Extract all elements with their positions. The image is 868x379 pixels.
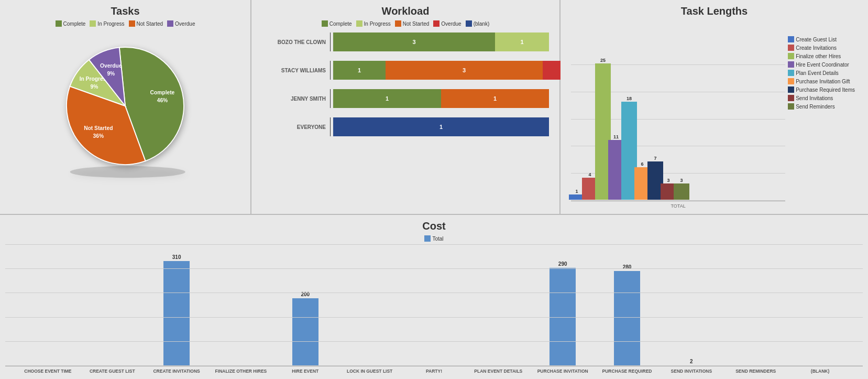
- workload-bars: 11: [333, 89, 549, 108]
- tasklengths-bar-value: 11: [613, 134, 619, 139]
- cost-x-label: CHOOSE EVENT TIME: [16, 369, 80, 374]
- cost-bar-rect: [292, 298, 318, 366]
- tasks-legend-item: In Progress: [90, 20, 124, 27]
- tasklengths-bar-value: 3: [667, 178, 669, 183]
- tasklengths-legend-item: Plan Event Details: [788, 70, 855, 76]
- tasks-panel: Tasks CompleteIn ProgressNot StartedOver…: [0, 0, 251, 214]
- tasklengths-bar-value: 18: [627, 96, 632, 101]
- cost-x-label: (BLANK): [788, 369, 852, 374]
- tasklengths-bar: 6: [636, 161, 648, 200]
- cost-bar-value: 290: [558, 261, 567, 267]
- cost-bar-rect: [678, 365, 705, 366]
- tasklengths-bar-value: 25: [600, 58, 606, 63]
- workload-row-label: STACY WILLIAMS: [262, 68, 330, 73]
- workload-bar: 1: [333, 89, 441, 108]
- workload-legend: CompleteIn ProgressNot StartedOverdue(bl…: [322, 20, 489, 27]
- cost-legend-item: Total: [424, 235, 443, 242]
- workload-panel: Workload CompleteIn ProgressNot StartedO…: [251, 0, 561, 214]
- cost-bar-value: 200: [301, 291, 310, 297]
- cost-chart-area: 3102002902802 CHOOSE EVENT TIMECREATE GU…: [5, 245, 863, 374]
- cost-x-label: CREATE INVITATIONS: [145, 369, 209, 374]
- workload-legend-item: Overdue: [433, 20, 461, 27]
- workload-bar: 1: [495, 33, 549, 51]
- workload-bar: 3: [386, 61, 543, 80]
- tasks-legend: CompleteIn ProgressNot StartedOverdue: [56, 20, 195, 27]
- tasklengths-title: Task Lengths: [681, 5, 748, 17]
- tasklengths-bars: 142511186733: [571, 65, 785, 201]
- tasklengths-bar: 11: [610, 134, 622, 200]
- cost-x-label: SEND REMINDERS: [723, 369, 788, 374]
- tasks-legend-item: Not Started: [129, 20, 163, 27]
- tasklengths-bar-value: 6: [641, 161, 643, 167]
- tasklengths-legend-item: Send Reminders: [788, 103, 855, 110]
- workload-row: STACY WILLIAMS131: [262, 61, 549, 80]
- tasklengths-bar: 3: [663, 178, 674, 200]
- cost-bar-value: 280: [623, 264, 632, 270]
- workload-row: EVERYONE1: [262, 117, 549, 136]
- tasklengths-bar: 25: [597, 58, 609, 200]
- tasks-pie-chart: Complete46%Not Started36%In Progress9%Ov…: [52, 33, 199, 179]
- tasklengths-legend-item: Finalize other Hires: [788, 53, 855, 59]
- svg-text:9%: 9%: [107, 71, 115, 77]
- cost-bar-col: 290: [531, 261, 595, 366]
- tasklengths-chart: 142511186733 TOTAL Create Guest ListCrea…: [566, 20, 863, 209]
- tasklengths-bar-area: 142511186733 TOTAL: [571, 20, 785, 209]
- cost-bar-col: 200: [273, 291, 337, 366]
- tasklengths-bar: 1: [571, 189, 583, 200]
- workload-row: BOZO THE CLOWN31: [262, 33, 549, 51]
- svg-text:36%: 36%: [93, 133, 104, 139]
- tasklengths-legend-item: Create Invitations: [788, 45, 855, 51]
- cost-bars-container: 3102002902802: [5, 245, 863, 366]
- tasklengths-legend-item: Send Invitations: [788, 95, 855, 101]
- workload-bar: 1: [333, 61, 386, 80]
- workload-bars: 1: [333, 117, 549, 136]
- cost-x-label: CREATE GUEST LIST: [80, 369, 145, 374]
- cost-x-labels: CHOOSE EVENT TIMECREATE GUEST LISTCREATE…: [5, 369, 863, 374]
- tasklengths-bar: 3: [676, 178, 687, 200]
- cost-x-label: HIRE EVENT: [273, 369, 337, 374]
- cost-bar-rect: [614, 271, 640, 366]
- cost-x-label: SEND INVITATIONS: [659, 369, 723, 374]
- tasklengths-legend-item: Purchase Required Items: [788, 86, 855, 93]
- tasklengths-bar: 4: [584, 172, 596, 200]
- tasklengths-bar-value: 3: [680, 178, 683, 183]
- cost-title: Cost: [422, 220, 445, 232]
- tasklengths-panel: Task Lengths 142511186733 TOTAL Create G…: [561, 0, 868, 214]
- tasks-legend-item: Complete: [56, 20, 86, 27]
- cost-x-label: PURCHASE REQUIRED: [595, 369, 660, 374]
- workload-bar: 1: [333, 117, 549, 136]
- cost-bar-rect: [550, 268, 576, 366]
- cost-bar-value: 2: [690, 359, 693, 364]
- workload-row-label: EVERYONE: [262, 124, 330, 130]
- tasklengths-x-label: TOTAL: [571, 203, 785, 209]
- svg-text:Not Started: Not Started: [84, 125, 113, 131]
- workload-bars: 31: [333, 33, 549, 51]
- cost-x-label: PLAN EVENT DETAILS: [466, 369, 531, 374]
- svg-point-0: [70, 166, 185, 178]
- workload-row-label: JENNY SMITH: [262, 96, 330, 102]
- workload-bar: 3: [333, 33, 495, 51]
- tasks-title: Tasks: [111, 5, 139, 17]
- tasklengths-bar: 7: [650, 156, 661, 200]
- cost-bar-col: 2: [659, 359, 723, 366]
- svg-text:46%: 46%: [157, 98, 168, 103]
- workload-legend-item: In Progress: [356, 20, 391, 27]
- svg-text:Complete: Complete: [150, 90, 175, 95]
- workload-legend-item: Not Started: [395, 20, 430, 27]
- cost-bar-value: 310: [172, 254, 181, 260]
- pie-svg: Complete46%Not Started36%In Progress9%Ov…: [52, 33, 199, 179]
- cost-x-label: FINALIZE OTHER HIRES: [209, 369, 273, 374]
- tasklengths-bar-value: 1: [575, 189, 578, 194]
- tasks-legend-item: Overdue: [167, 20, 195, 27]
- workload-legend-item: Complete: [322, 20, 352, 27]
- tasklengths-bar: 18: [623, 96, 635, 200]
- tasklengths-bar-value: 7: [654, 156, 656, 161]
- cost-bar-col: 280: [595, 264, 660, 366]
- svg-text:Overdue: Overdue: [100, 63, 122, 69]
- cost-bar-col: 310: [145, 254, 209, 366]
- cost-x-label: LOCK IN GUEST LIST: [337, 369, 402, 374]
- tasklengths-legend: Create Guest ListCreate InvitationsFinal…: [785, 31, 858, 209]
- cost-bar-rect: [163, 261, 190, 366]
- tasklengths-bar-rect: [674, 183, 689, 200]
- workload-row-label: BOZO THE CLOWN: [262, 39, 330, 45]
